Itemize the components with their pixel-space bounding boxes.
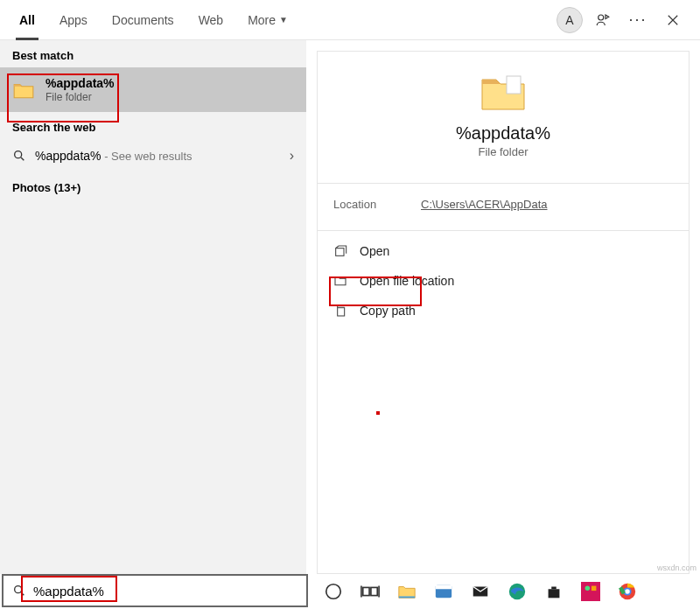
svg-rect-4: [338, 308, 345, 316]
preview-panel: %appdata% File folder Location C:\Users\…: [306, 40, 700, 574]
chevron-down-icon: ▼: [279, 15, 288, 24]
svg-rect-3: [336, 248, 344, 256]
search-input[interactable]: [33, 584, 298, 598]
location-label: Location: [333, 198, 421, 211]
mail-icon[interactable]: [471, 582, 490, 601]
svg-rect-16: [592, 586, 597, 592]
action-open-label: Open: [360, 244, 389, 258]
tab-web[interactable]: Web: [186, 0, 236, 39]
result-appdata[interactable]: %appdata% File folder: [0, 67, 306, 112]
action-open-location[interactable]: Open file location: [318, 266, 689, 296]
svg-rect-9: [399, 597, 415, 598]
tab-all[interactable]: All: [7, 0, 47, 39]
web-term: %appdata%: [35, 149, 102, 163]
svg-point-1: [15, 151, 22, 158]
avatar[interactable]: A: [556, 7, 583, 33]
svg-rect-8: [371, 587, 377, 595]
best-match-header: Best match: [0, 40, 306, 67]
svg-point-5: [15, 586, 22, 593]
copy-icon: [333, 304, 347, 318]
svg-point-6: [326, 584, 341, 599]
search-web-header: Search the web: [0, 112, 306, 139]
result-subtitle: File folder: [46, 91, 115, 103]
red-dot: [376, 411, 380, 415]
preview-subtitle: File folder: [478, 145, 528, 158]
action-open-location-label: Open file location: [360, 274, 454, 288]
filter-tabs: All Apps Documents Web More ▼ A ···: [0, 0, 700, 40]
tab-apps[interactable]: Apps: [47, 0, 100, 39]
folder-icon: [479, 71, 528, 113]
svg-point-19: [625, 589, 630, 594]
action-copy-path[interactable]: Copy path: [318, 296, 689, 326]
svg-rect-11: [436, 585, 452, 590]
result-title: %appdata%: [46, 76, 115, 90]
svg-point-15: [585, 586, 591, 592]
svg-rect-2: [507, 76, 521, 94]
close-icon[interactable]: [658, 5, 688, 35]
photos-header: Photos (13+): [0, 172, 306, 200]
action-open[interactable]: Open: [318, 236, 689, 266]
chevron-right-icon: ›: [290, 148, 294, 164]
task-view-icon[interactable]: [360, 582, 380, 601]
folder-location-icon: [333, 274, 347, 288]
folder-icon: [12, 80, 35, 100]
store-icon[interactable]: [544, 582, 564, 601]
results-panel: Best match %appdata% File folder Search …: [0, 40, 306, 574]
location-link[interactable]: C:\Users\ACER\AppData: [421, 198, 548, 211]
web-suffix: - See web results: [102, 150, 192, 163]
tab-more[interactable]: More ▼: [235, 0, 300, 39]
more-options-icon[interactable]: ···: [623, 5, 653, 35]
tab-documents[interactable]: Documents: [100, 0, 186, 39]
svg-rect-14: [581, 582, 600, 601]
chrome-icon[interactable]: [618, 582, 637, 601]
web-result[interactable]: %appdata% - See web results ›: [0, 139, 306, 172]
cortana-icon[interactable]: [324, 582, 343, 601]
svg-point-0: [598, 15, 604, 20]
edge-icon[interactable]: [508, 582, 527, 601]
feedback-icon[interactable]: [588, 5, 618, 35]
search-icon: [12, 149, 26, 163]
app2-icon[interactable]: [581, 582, 600, 601]
file-explorer-icon[interactable]: [397, 582, 416, 601]
action-copy-path-label: Copy path: [360, 304, 416, 318]
app-icon[interactable]: [434, 582, 453, 601]
search-box[interactable]: [2, 574, 308, 607]
watermark: wsxdn.com: [657, 564, 696, 572]
open-icon: [333, 244, 347, 258]
preview-title: %appdata%: [456, 123, 550, 144]
taskbar-area: [0, 574, 700, 609]
tab-more-label: More: [248, 13, 276, 27]
svg-rect-7: [363, 587, 369, 595]
search-icon: [12, 584, 26, 598]
